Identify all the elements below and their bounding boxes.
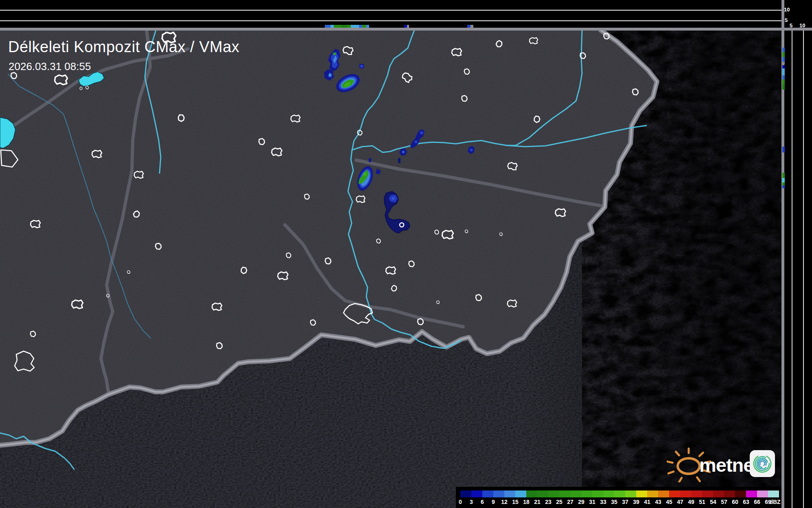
dbz-segment-60 — [735, 490, 746, 497]
top-profile-pixel — [325, 25, 330, 28]
dbz-segment-57 — [724, 490, 735, 497]
right-profile-pixel — [782, 185, 785, 188]
top-profile-pixel — [362, 25, 366, 28]
radar-composite-screen: 10 5 5 10 — [0, 0, 812, 508]
dbz-segment-49 — [691, 490, 702, 497]
dbz-tick-54: 54 — [710, 499, 716, 505]
dbz-segment-37 — [625, 490, 636, 497]
right-profile-pixel — [782, 183, 785, 185]
top-profile-pixel — [407, 25, 409, 28]
sun-ray — [697, 477, 700, 482]
dbz-tick-35: 35 — [611, 499, 617, 505]
dbz-tick-12: 12 — [501, 499, 508, 505]
dbz-segment-47 — [680, 490, 691, 497]
dbz-segment-3 — [471, 490, 482, 497]
top-profile-gridline-5km — [0, 20, 781, 21]
dbz-tick-47: 47 — [677, 499, 683, 505]
page-title: Délkeleti Kompozit CMax / VMax — [8, 38, 239, 56]
dbz-segment-33 — [603, 490, 614, 497]
right-profile-gridline-5km — [792, 31, 792, 508]
right-profile-pixel — [782, 57, 785, 62]
sun-ray — [676, 452, 679, 455]
metnet-logo: metnet — [667, 447, 785, 482]
dbz-tick-51: 51 — [699, 499, 705, 505]
dbz-tick-66: 66 — [754, 499, 760, 505]
dbz-segment-66 — [757, 490, 768, 497]
dbz-segment-0 — [460, 490, 471, 497]
right-profile-pixel — [782, 62, 785, 64]
top-profile-pixel — [330, 25, 334, 28]
dbz-segment-15 — [515, 490, 526, 497]
right-profile-label-10: 10 — [799, 23, 805, 29]
top-profile-pixel — [404, 25, 407, 28]
dbz-tick-3: 3 — [470, 499, 473, 505]
right-profile-pixel — [782, 48, 785, 52]
dbz-segment-63 — [746, 490, 757, 497]
right-profile-pixel — [782, 173, 785, 178]
right-profile-pixel — [782, 178, 785, 183]
radar-map — [0, 31, 781, 508]
top-profile-pixel — [347, 25, 351, 28]
dbz-tick-37: 37 — [622, 499, 628, 505]
dbz-segment-51 — [702, 490, 713, 497]
dbz-tick-27: 27 — [567, 499, 573, 505]
top-profile-pixel — [359, 25, 362, 28]
right-profile-label-5: 5 — [790, 23, 792, 29]
right-profile-gridline-10km — [803, 31, 804, 508]
top-profile-pixel — [341, 25, 347, 28]
dbz-tick-21: 21 — [534, 499, 541, 505]
dbz-segment-41 — [647, 490, 658, 497]
dbz-color-scale: 0369121518212325272931333537394143454749… — [456, 487, 781, 508]
dbz-color-bar — [460, 490, 779, 497]
right-profile-pixel — [782, 75, 785, 79]
top-profile-pixel — [351, 25, 359, 28]
dbz-tick-45: 45 — [666, 499, 672, 505]
dbz-tick-29: 29 — [578, 499, 584, 505]
dbz-segment-6 — [482, 490, 493, 497]
dbz-segment-23 — [548, 490, 559, 497]
dbz-tick-15: 15 — [512, 499, 519, 505]
dbz-segment-29 — [581, 490, 592, 497]
dbz-tick-31: 31 — [589, 499, 595, 505]
top-profile-pixel — [366, 25, 369, 28]
dbz-segment-18 — [526, 490, 537, 497]
dbz-tick-57: 57 — [721, 499, 727, 505]
top-profile-label-10: 10 — [784, 7, 790, 13]
dbz-segment-31 — [592, 490, 603, 497]
right-profile-pixel — [782, 52, 785, 57]
top-profile-gridline-10km — [0, 10, 781, 11]
timestamp: 2026.03.31 08:55 — [9, 60, 91, 73]
horizontal-panel-divider — [0, 28, 812, 31]
dbz-unit-label: dBZ — [769, 499, 780, 505]
dbz-tick-43: 43 — [655, 499, 661, 505]
dbz-tick-33: 33 — [600, 499, 606, 505]
dbz-tick-49: 49 — [688, 499, 694, 505]
dbz-segment-12 — [504, 490, 515, 497]
dbz-tick-18: 18 — [523, 499, 530, 505]
dbz-segment-54 — [713, 490, 724, 497]
dbz-tick-63: 63 — [743, 499, 749, 505]
dbz-segment-21 — [537, 490, 548, 497]
dbz-tick-60: 60 — [732, 499, 738, 505]
dbz-tick-0: 0 — [459, 499, 462, 505]
dbz-tick-9: 9 — [492, 499, 495, 505]
dbz-tick-39: 39 — [633, 499, 639, 505]
dbz-segment-45 — [669, 490, 680, 497]
top-profile-pixel — [334, 25, 341, 28]
dbz-segment-69 — [768, 490, 779, 497]
dbz-segment-9 — [493, 490, 504, 497]
sun-ray — [668, 472, 674, 474]
right-profile-pixel — [782, 65, 785, 68]
dbz-tick-23: 23 — [545, 499, 552, 505]
right-profile-pixel — [782, 84, 785, 90]
dbz-segment-43 — [658, 490, 669, 497]
dbz-segment-35 — [614, 490, 625, 497]
dbz-segment-39 — [636, 490, 647, 497]
sun-ray — [667, 462, 673, 463]
right-profile-pixel — [782, 147, 785, 152]
right-profile-pixel — [782, 68, 785, 75]
dbz-segment-25 — [559, 490, 570, 497]
dbz-tick-25: 25 — [556, 499, 562, 505]
dbz-tick-6: 6 — [481, 499, 484, 505]
right-profile-pixel — [782, 79, 785, 84]
